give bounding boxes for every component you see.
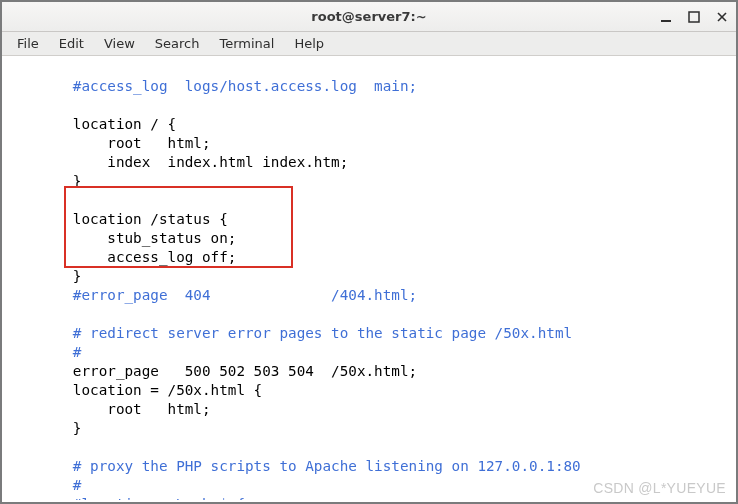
code-line: # [4,344,81,360]
code-line: #location ~ \.php$ { [4,496,245,500]
code-line: root html; [4,401,211,417]
titlebar: root@server7:~ [2,2,736,32]
menu-view[interactable]: View [95,34,144,53]
menu-search[interactable]: Search [146,34,209,53]
code-line: location /status { [4,211,228,227]
window-controls [658,2,730,31]
code-line: stub_status on; [4,230,236,246]
code-line: } [4,173,81,189]
maximize-button[interactable] [686,9,702,25]
code-line: root html; [4,135,211,151]
window-title: root@server7:~ [311,9,426,24]
code-line: location / { [4,116,176,132]
code-line: # redirect server error pages to the sta… [4,325,572,341]
terminal-area[interactable]: #access_log logs/host.access.log main; l… [4,58,734,500]
menu-help[interactable]: Help [285,34,333,53]
code-line: error_page 500 502 503 504 /50x.html; [4,363,417,379]
code-line: } [4,420,81,436]
close-button[interactable] [714,9,730,25]
code-line: } [4,268,81,284]
code-line: # [4,477,81,493]
code-line: #access_log logs/host.access.log main; [4,78,417,94]
menubar: File Edit View Search Terminal Help [2,32,736,56]
code-line: access_log off; [4,249,236,265]
menu-terminal[interactable]: Terminal [210,34,283,53]
svg-rect-1 [689,12,699,22]
code-line: #error_page 404 /404.html; [4,287,417,303]
menu-edit[interactable]: Edit [50,34,93,53]
code-line: location = /50x.html { [4,382,262,398]
code-line: index index.html index.htm; [4,154,348,170]
minimize-button[interactable] [658,9,674,25]
svg-rect-0 [661,20,671,22]
code-line: # proxy the PHP scripts to Apache listen… [4,458,581,474]
menu-file[interactable]: File [8,34,48,53]
